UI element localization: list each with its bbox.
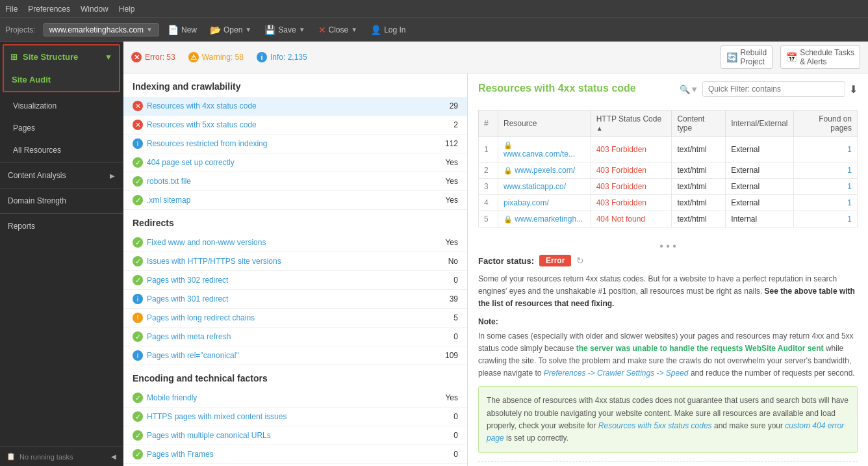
sidebar: ⊞ Site Structure ▼ Site Audit Visualizat… xyxy=(0,42,123,466)
audit-item[interactable]: ✓Pages with Frames0 xyxy=(123,445,467,464)
row-resource[interactable]: 🔒 www.canva.com/te... xyxy=(498,137,591,162)
audit-item-label[interactable]: Resources restricted from indexing xyxy=(147,139,435,148)
info-status: i Info: 2,135 xyxy=(257,52,307,62)
menu-file[interactable]: File xyxy=(5,5,18,14)
refresh-icon[interactable]: ↻ xyxy=(576,255,584,266)
audit-item-label[interactable]: Pages with rel="canonical" xyxy=(147,351,435,360)
col-content[interactable]: Content type xyxy=(672,110,726,137)
schedule-icon: 📅 xyxy=(786,52,797,62)
audit-item[interactable]: ✓Issues with HTTP/HTTPS site versionsNo xyxy=(123,252,467,271)
audit-item[interactable]: ✕Resources with 4xx status code29 xyxy=(123,97,467,116)
open-button[interactable]: 📂 Open ▼ xyxy=(206,23,255,36)
row-found-on[interactable]: 1 xyxy=(793,195,857,211)
no-running-tasks: No running tasks xyxy=(19,453,73,461)
menu-preferences[interactable]: Preferences xyxy=(28,5,70,14)
audit-item-value: 0 xyxy=(439,412,458,421)
row-resource[interactable]: pixabay.com/ xyxy=(498,195,591,211)
audit-item[interactable]: ✓Pages with meta refresh0 xyxy=(123,328,467,346)
audit-item-label[interactable]: .xml sitemap xyxy=(147,196,435,205)
5xx-link[interactable]: Resources with 5xx status codes xyxy=(598,421,712,430)
success-icon: ✓ xyxy=(133,256,143,266)
row-internal-external: External xyxy=(726,195,793,211)
sidebar-visualization[interactable]: Visualization xyxy=(0,95,123,117)
row-internal-external: External xyxy=(726,162,793,179)
audit-item-label[interactable]: Pages with 302 redirect xyxy=(147,276,435,285)
audit-item-label[interactable]: robots.txt file xyxy=(147,177,435,186)
sidebar-domain-strength[interactable]: Domain Strength xyxy=(0,190,123,212)
audit-item[interactable]: ✓404 page set up correctlyYes xyxy=(123,153,467,172)
audit-item-label[interactable]: Resources with 4xx status code xyxy=(147,101,435,110)
new-button[interactable]: 📄 New xyxy=(164,23,201,36)
audit-item[interactable]: ✓Pages with 302 redirect0 xyxy=(123,271,467,290)
audit-item[interactable]: iPages with rel="canonical"109 xyxy=(123,346,467,365)
audit-item[interactable]: ✓robots.txt fileYes xyxy=(123,172,467,191)
audit-item-value: Yes xyxy=(439,177,458,186)
sidebar-all-resources[interactable]: All Resources xyxy=(0,139,123,161)
col-status[interactable]: HTTP Status Code ▲ xyxy=(591,110,672,137)
audit-item-label[interactable]: HTTPS pages with mixed content issues xyxy=(147,412,435,421)
error-label: Error: 53 xyxy=(145,53,175,62)
audit-item[interactable]: ✓.xml sitemapYes xyxy=(123,191,467,210)
audit-item[interactable]: ✓Mobile friendlyYes xyxy=(123,389,467,408)
success-icon: ✓ xyxy=(133,331,143,342)
audit-item-label[interactable]: Pages with meta refresh xyxy=(147,332,435,341)
sidebar-content-analysis[interactable]: Content Analysis ▶ xyxy=(0,164,123,187)
audit-item-label[interactable]: Pages with Frames xyxy=(147,450,435,459)
col-found[interactable]: Found on pages xyxy=(793,110,857,137)
audit-item[interactable]: ✓Fixed www and non-www versionsYes xyxy=(123,233,467,252)
audit-item[interactable]: ✓Pages with multiple canonical URLs0 xyxy=(123,426,467,445)
row-content-type: text/html xyxy=(672,195,726,211)
audit-item[interactable]: iPages with 301 redirect39 xyxy=(123,290,467,309)
audit-item-label[interactable]: Pages with long redirect chains xyxy=(147,313,435,322)
download-button[interactable]: ⬇ xyxy=(849,83,858,96)
row-status: 403 Forbidden xyxy=(591,179,672,195)
rebuild-button[interactable]: 🔄 Rebuild Project xyxy=(721,45,772,69)
audit-item-label[interactable]: 404 page set up correctly xyxy=(147,158,435,167)
info-icon: i xyxy=(133,294,143,304)
col-resource[interactable]: Resource xyxy=(498,110,591,137)
sidebar-site-audit[interactable]: Site Audit xyxy=(4,68,119,91)
col-internal[interactable]: Internal/External xyxy=(726,110,793,137)
factor-note: In some cases (especially with older and… xyxy=(478,330,858,380)
row-resource[interactable]: 🔒 www.pexels.com/ xyxy=(498,162,591,179)
crawler-settings-link[interactable]: Preferences -> Crawler Settings -> Speed xyxy=(544,369,689,378)
sidebar-site-structure-label: ⊞ Site Structure xyxy=(10,52,78,62)
audit-item-label[interactable]: Fixed www and non-www versions xyxy=(147,238,435,247)
audit-item-label[interactable]: Pages with 301 redirect xyxy=(147,294,435,304)
audit-item-label[interactable]: Resources with 5xx status code xyxy=(147,120,435,129)
row-found-on[interactable]: 1 xyxy=(793,211,857,227)
row-found-on[interactable]: 1 xyxy=(793,137,857,162)
projects-bar: Projects: www.emarketinghacks.com ▼ 📄 Ne… xyxy=(0,18,868,42)
menu-window[interactable]: Window xyxy=(81,5,108,14)
filter-input[interactable] xyxy=(702,81,845,97)
projects-url[interactable]: www.emarketinghacks.com ▼ xyxy=(44,23,159,36)
sidebar-chevron-icon: ▼ xyxy=(105,53,112,62)
close-arrow: ▼ xyxy=(351,26,357,33)
sidebar-pages[interactable]: Pages xyxy=(0,117,123,139)
audit-item-label[interactable]: Issues with HTTP/HTTPS site versions xyxy=(147,257,435,266)
menu-help[interactable]: Help xyxy=(119,5,135,14)
success-icon: ✓ xyxy=(133,430,143,441)
sidebar-reports[interactable]: Reports xyxy=(0,215,123,237)
row-found-on[interactable]: 1 xyxy=(793,179,857,195)
schedule-button[interactable]: 📅 Schedule Tasks & Alerts xyxy=(780,45,860,69)
row-resource[interactable]: 🔒 www.emarketingh... xyxy=(498,211,591,227)
table-row: 4 pixabay.com/ 403 Forbidden text/html E… xyxy=(479,195,858,211)
row-found-on[interactable]: 1 xyxy=(793,162,857,179)
login-button[interactable]: 👤 Log In xyxy=(366,23,409,36)
row-resource[interactable]: www.staticapp.co/ xyxy=(498,179,591,195)
audit-item[interactable]: iResources restricted from indexing112 xyxy=(123,135,467,153)
audit-item-label[interactable]: Pages with multiple canonical URLs xyxy=(147,431,435,440)
audit-item-label[interactable]: Mobile friendly xyxy=(147,393,435,402)
sidebar-site-structure-header[interactable]: ⊞ Site Structure ▼ xyxy=(4,45,119,68)
save-button[interactable]: 💾 Save ▼ xyxy=(261,23,309,36)
close-button[interactable]: ✕ Close ▼ xyxy=(314,23,362,36)
audit-item[interactable]: ✕Resources with 5xx status code2 xyxy=(123,116,467,135)
green-box-text2: and make sure your xyxy=(714,421,783,430)
url-text: www.emarketinghacks.com xyxy=(49,25,144,34)
audit-item[interactable]: !Pages with long redirect chains5 xyxy=(123,309,467,328)
tasks-icon: 📋 xyxy=(6,452,16,461)
section-title: Encoding and technical factors xyxy=(123,365,467,389)
audit-item[interactable]: ✓HTTPS pages with mixed content issues0 xyxy=(123,408,467,426)
audit-item-value: Yes xyxy=(439,238,458,247)
